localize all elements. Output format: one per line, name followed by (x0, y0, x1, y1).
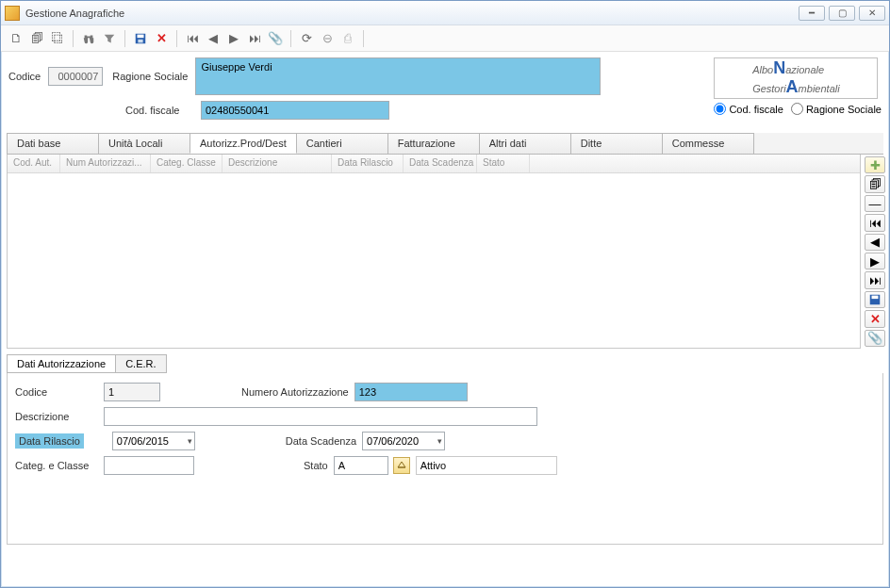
grid-add-button[interactable]: ✚ (865, 156, 885, 173)
grid-attach-button[interactable]: 📎 (865, 330, 885, 347)
grid-last-button[interactable]: ⏭ (865, 271, 885, 288)
grid-remove-button[interactable]: — (865, 195, 885, 212)
form-numaut-label: Numero Autorizzazione (241, 386, 349, 398)
tab-commesse[interactable]: Commesse (662, 133, 754, 154)
save-icon[interactable] (131, 29, 150, 48)
form-categ-label: Categ. e Classe (15, 460, 98, 471)
col-data-rilascio[interactable]: Data Rilascio (332, 155, 404, 172)
stop-icon[interactable]: ⊖ (318, 29, 337, 48)
radio-ragione-sociale[interactable]: Ragione Sociale (791, 103, 882, 115)
main-tabs: Dati base Unità Locali Autorizz.Prod/Des… (7, 133, 883, 155)
ragione-label: Ragione Sociale (112, 71, 188, 82)
last-icon[interactable]: ⏭ (245, 29, 264, 48)
titlebar: Gestione Anagrafiche ━ ▢ ✕ (1, 1, 889, 25)
tab-unita-locali[interactable]: Unità Locali (98, 133, 190, 154)
radio-cod-fiscale[interactable]: Cod. fiscale (714, 103, 783, 115)
form-codice-label: Codice (15, 386, 98, 398)
delete-icon[interactable]: ✕ (152, 29, 171, 48)
window: Gestione Anagrafiche ━ ▢ ✕ 🗋 🗐 ⿻ ✕ ⏮ ◀ ▶… (0, 0, 890, 588)
new-doc-icon[interactable]: 🗋 (7, 29, 25, 48)
form-descr-label: Descrizione (15, 411, 98, 422)
form-stato-input[interactable] (334, 456, 388, 475)
detail-subtabs: Dati Autorizzazione C.E.R. (7, 354, 883, 373)
col-num-aut[interactable]: Num Autorizzazi... (60, 155, 151, 172)
subtab-dati-autorizzazione[interactable]: Dati Autorizzazione (7, 354, 116, 373)
col-categ[interactable]: Categ. Classe (151, 155, 222, 172)
search-mode-radios: Cod. fiscale Ragione Sociale (714, 103, 882, 115)
app-icon (5, 6, 20, 21)
detail-form: Codice Numero Autorizzazione Descrizione… (7, 373, 883, 545)
grid-body[interactable] (8, 173, 860, 348)
col-descr[interactable]: Descrizione (222, 155, 332, 172)
grid-side-toolbar: ✚ 🗐 — ⏮ ◀ ▶ ⏭ ✕ 📎 (861, 155, 883, 349)
attach-icon[interactable]: 📎 (266, 29, 285, 48)
grid-header: Cod. Aut. Num Autorizzazi... Categ. Clas… (8, 155, 860, 173)
next-icon[interactable]: ▶ (224, 29, 243, 48)
filter-icon[interactable] (100, 29, 119, 48)
close-button[interactable]: ✕ (859, 6, 885, 21)
binoculars-icon[interactable] (79, 29, 98, 48)
col-cod-aut[interactable]: Cod. Aut. (8, 155, 60, 172)
form-datarilascio-label: Data Rilascio (15, 433, 84, 449)
codice-label: Codice (8, 71, 41, 82)
authorizations-grid[interactable]: Cod. Aut. Num Autorizzazi... Categ. Clas… (7, 155, 861, 349)
codice-input[interactable] (48, 67, 103, 86)
form-numaut-input[interactable] (354, 383, 468, 401)
cf-label: Cod. fiscale (125, 105, 193, 116)
first-icon[interactable]: ⏮ (183, 29, 202, 48)
form-codice-input[interactable] (104, 383, 160, 401)
form-stato-text (416, 456, 557, 475)
grid-next-button[interactable]: ▶ (865, 253, 885, 270)
minimize-button[interactable]: ━ (799, 6, 825, 21)
tab-altri-dati[interactable]: Altri dati (479, 133, 571, 154)
prev-icon[interactable]: ◀ (204, 29, 222, 48)
col-stato[interactable]: Stato (477, 155, 530, 172)
grid-prev-button[interactable]: ◀ (865, 234, 885, 251)
col-data-scadenza[interactable]: Data Scadenza (404, 155, 477, 172)
print-icon[interactable]: ⎙ (338, 29, 357, 48)
form-datascadenza-label: Data Scadenza (286, 435, 356, 447)
grid-first-button[interactable]: ⏮ (865, 214, 885, 231)
stato-lookup-button[interactable] (393, 457, 410, 474)
copy-icon[interactable]: ⿻ (48, 29, 67, 48)
form-datarilascio-input[interactable]: ▾ (112, 432, 195, 450)
svg-rect-4 (872, 296, 879, 300)
albo-logo: AlboNazionale GestoriAmbientali (714, 57, 878, 99)
tab-ditte[interactable]: Ditte (570, 133, 663, 154)
tab-autorizz[interactable]: Autorizz.Prod/Dest (190, 133, 297, 154)
grid-copy-button[interactable]: 🗐 (865, 175, 885, 192)
grid-delete-button[interactable]: ✕ (865, 310, 885, 327)
svg-rect-1 (138, 34, 144, 38)
tab-dati-base[interactable]: Dati base (7, 133, 99, 154)
cod-fiscale-input[interactable] (201, 101, 389, 120)
form-stato-label: Stato (304, 460, 328, 471)
docs-icon[interactable]: 🗐 (27, 29, 46, 48)
form-datascadenza-input[interactable]: ▾ (362, 432, 445, 450)
main-toolbar: 🗋 🗐 ⿻ ✕ ⏮ ◀ ▶ ⏭ 📎 ⟳ ⊖ ⎙ (1, 25, 889, 52)
tab-cantieri[interactable]: Cantieri (296, 133, 388, 154)
tab-fatturazione[interactable]: Fatturazione (387, 133, 480, 154)
svg-rect-2 (138, 39, 142, 42)
subtab-cer[interactable]: C.E.R. (115, 354, 166, 373)
window-title: Gestione Anagrafiche (25, 8, 799, 19)
maximize-button[interactable]: ▢ (829, 6, 855, 21)
refresh-icon[interactable]: ⟳ (297, 29, 316, 48)
form-descr-input[interactable] (104, 407, 537, 426)
ragione-sociale-input[interactable]: Giuseppe Verdi (195, 57, 601, 95)
header-area: Codice Ragione Sociale Giuseppe Verdi Co… (1, 52, 889, 133)
grid-area: Cod. Aut. Num Autorizzazi... Categ. Clas… (7, 155, 883, 349)
form-categ-input[interactable] (104, 456, 194, 475)
grid-save-button[interactable] (865, 291, 885, 308)
